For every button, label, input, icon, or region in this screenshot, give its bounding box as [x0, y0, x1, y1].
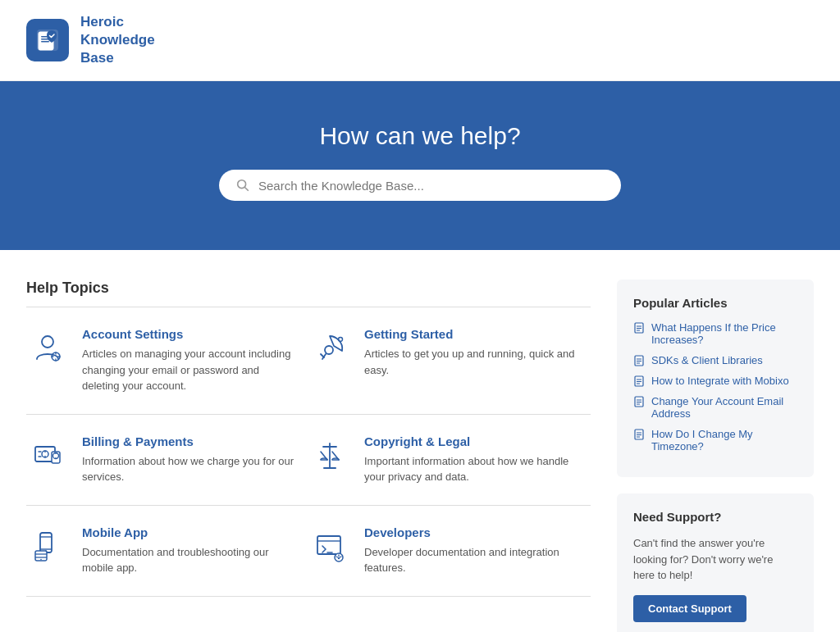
popular-article-3-label: How to Integrate with Mobixo: [651, 375, 789, 387]
topic-row-2: Mobile App Documentation and troubleshoo…: [26, 506, 591, 597]
mobile-desc: Documentation and troubleshooting our mo…: [82, 544, 295, 576]
svg-rect-2: [41, 36, 48, 38]
popular-article-2-label: SDKs & Client Libraries: [651, 354, 763, 366]
popular-articles-card: Popular Articles What Happens If the Pri…: [617, 280, 814, 477]
getting-started-icon: [308, 327, 351, 370]
topic-item-legal[interactable]: Copyright & Legal Important information …: [308, 415, 591, 505]
topic-item-getting-started[interactable]: Getting Started Articles to get you up a…: [308, 307, 591, 414]
svg-line-30: [336, 557, 338, 557]
section-title: Help Topics: [26, 280, 591, 297]
account-settings-name: Account Settings: [82, 327, 295, 341]
popular-article-4[interactable]: Change Your Account Email Address: [633, 395, 797, 420]
popular-article-5-label: How Do I Change My Timezone?: [651, 428, 797, 452]
popular-article-5[interactable]: How Do I Change My Timezone?: [633, 428, 797, 452]
logo-icon: [26, 19, 69, 61]
document-icon: [633, 355, 645, 366]
billing-desc: Information about how we charge you for …: [82, 453, 295, 485]
popular-article-1-label: What Happens If the Price Increases?: [651, 321, 797, 346]
developers-desc: Developer documentation and integration …: [364, 544, 578, 576]
document-icon: [633, 429, 645, 440]
need-support-title: Need Support?: [633, 510, 797, 524]
search-icon: [235, 178, 250, 193]
legal-desc: Important information about how we handl…: [364, 453, 578, 485]
billing-name: Billing & Payments: [82, 434, 295, 448]
svg-point-5: [238, 180, 246, 189]
topic-item-billing[interactable]: Billing & Payments Information about how…: [26, 415, 308, 505]
contact-support-button[interactable]: Contact Support: [633, 595, 746, 622]
main-container: Help Topics: [0, 250, 840, 632]
billing-text: Billing & Payments Information about how…: [82, 434, 295, 485]
svg-point-13: [339, 338, 343, 342]
mobile-text: Mobile App Documentation and troubleshoo…: [82, 525, 295, 576]
account-settings-icon: [26, 327, 69, 370]
developers-name: Developers: [364, 525, 578, 539]
popular-articles-title: Popular Articles: [633, 296, 797, 310]
sidebar: Popular Articles What Happens If the Pri…: [617, 280, 814, 632]
hero-section: How can we help?: [0, 81, 840, 250]
svg-point-25: [40, 558, 42, 560]
mobile-name: Mobile App: [82, 525, 295, 539]
topic-item-mobile[interactable]: Mobile App Documentation and troubleshoo…: [26, 506, 308, 596]
getting-started-text: Getting Started Articles to get you up a…: [364, 327, 578, 378]
svg-rect-26: [317, 536, 340, 554]
svg-point-32: [338, 557, 340, 559]
topic-row-1: Billing & Payments Information about how…: [26, 415, 591, 506]
legal-text: Copyright & Legal Important information …: [364, 434, 578, 485]
topic-item-account-settings[interactable]: Account Settings Articles on managing yo…: [26, 307, 308, 414]
document-icon: [633, 396, 645, 407]
account-settings-text: Account Settings Articles on managing yo…: [82, 327, 295, 394]
search-input[interactable]: [258, 179, 605, 193]
popular-article-2[interactable]: SDKs & Client Libraries: [633, 354, 797, 366]
topics-grid: Account Settings Articles on managing yo…: [26, 307, 591, 597]
svg-point-12: [325, 346, 333, 354]
developers-icon: [308, 525, 351, 568]
legal-name: Copyright & Legal: [364, 434, 578, 448]
svg-line-31: [340, 557, 342, 557]
developers-text: Developers Developer documentation and i…: [364, 525, 578, 576]
hero-title: How can we help?: [16, 122, 824, 150]
popular-article-4-label: Change Your Account Email Address: [651, 395, 797, 420]
search-bar: [219, 170, 621, 201]
getting-started-name: Getting Started: [364, 327, 578, 341]
account-settings-desc: Articles on managing your account includ…: [82, 346, 295, 394]
mobile-icon: [26, 525, 69, 568]
billing-icon: [26, 434, 69, 477]
getting-started-desc: Articles to get you up and running, quic…: [364, 346, 578, 378]
document-icon: [633, 322, 645, 334]
popular-articles-list: What Happens If the Price Increases? SDK…: [633, 321, 797, 452]
popular-article-3[interactable]: How to Integrate with Mobixo: [633, 375, 797, 387]
need-support-card: Need Support? Can't find the answer you'…: [617, 493, 814, 632]
site-header: Heroic Knowledge Base: [0, 0, 840, 81]
content-area: Help Topics: [26, 280, 591, 632]
svg-point-6: [42, 336, 53, 348]
topic-row-0: Account Settings Articles on managing yo…: [26, 307, 591, 415]
document-icon: [633, 375, 645, 387]
topic-item-developers[interactable]: Developers Developer documentation and i…: [308, 506, 591, 596]
popular-article-1[interactable]: What Happens If the Price Increases?: [633, 321, 797, 346]
brand-name: Heroic Knowledge Base: [80, 13, 155, 67]
support-desc: Can't find the answer you're looking for…: [633, 535, 797, 584]
legal-icon: [308, 434, 351, 477]
svg-rect-4: [41, 41, 49, 43]
